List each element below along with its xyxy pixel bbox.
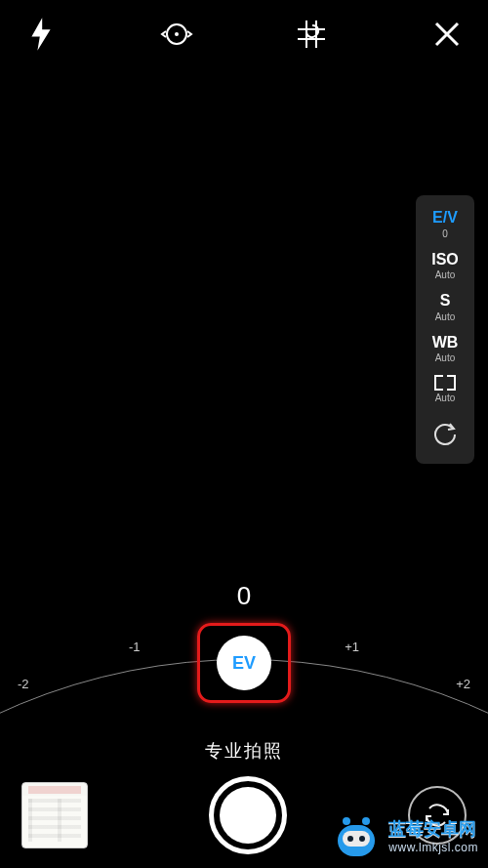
loop-icon[interactable] — [155, 13, 198, 56]
grid-overlay-icon[interactable] — [290, 13, 333, 56]
tick-plus-2: +2 — [456, 677, 470, 691]
wb-setting[interactable]: WB Auto — [432, 334, 459, 364]
wb-value: Auto — [432, 352, 459, 363]
tick-minus-1: -1 — [129, 640, 141, 654]
shutter-speed-value: Auto — [435, 311, 456, 322]
ev-value: 0 — [432, 228, 458, 239]
ev-dial[interactable]: 0 -2 -1 +1 +2 EV — [0, 581, 488, 747]
wb-label: WB — [432, 334, 459, 351]
ev-setting[interactable]: E/V 0 — [432, 209, 458, 239]
shutter-speed-setting[interactable]: S Auto — [435, 292, 456, 322]
iso-label: ISO — [431, 251, 459, 269]
focus-setting[interactable]: Auto — [434, 375, 456, 403]
mode-label[interactable]: 专业拍照 — [205, 739, 283, 763]
gallery-thumbnail[interactable] — [21, 782, 88, 848]
ev-label: E/V — [432, 209, 458, 227]
bottom-bar — [0, 770, 488, 868]
focus-icon — [434, 375, 456, 391]
ev-center-label: EV — [232, 653, 256, 674]
ev-center-button[interactable]: EV — [217, 636, 271, 690]
close-icon[interactable] — [426, 13, 468, 56]
flash-icon[interactable] — [20, 13, 62, 56]
svg-point-1 — [175, 32, 179, 36]
iso-value: Auto — [431, 269, 459, 280]
tick-plus-1: +1 — [345, 640, 359, 654]
reset-icon[interactable] — [432, 415, 458, 450]
switch-camera-button[interactable] — [408, 786, 467, 845]
ev-current-value: 0 — [237, 581, 251, 611]
focus-value: Auto — [434, 393, 456, 403]
shutter-speed-label: S — [435, 292, 456, 310]
top-bar — [0, 0, 488, 68]
tick-minus-2: -2 — [18, 677, 29, 691]
pro-settings-panel: E/V 0 ISO Auto S Auto WB Auto Auto — [416, 195, 474, 464]
shutter-button[interactable] — [209, 776, 287, 854]
iso-setting[interactable]: ISO Auto — [431, 251, 459, 281]
